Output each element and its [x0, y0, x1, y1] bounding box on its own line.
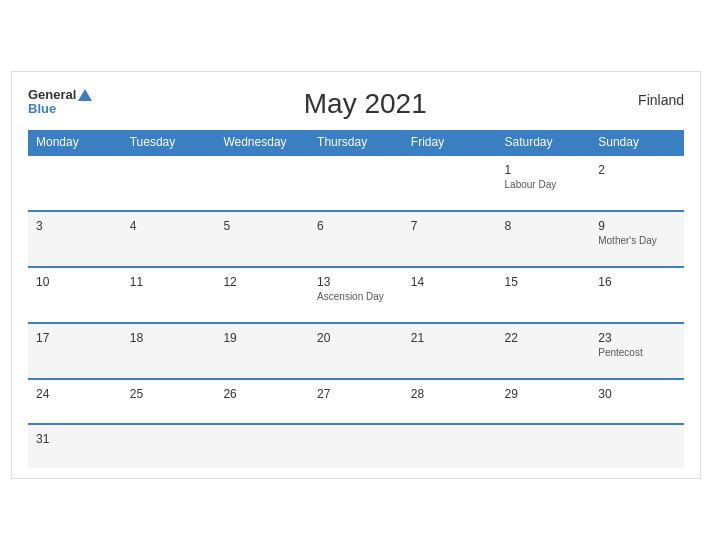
- calendar-cell: 29: [497, 379, 591, 424]
- calendar-cell: 23Pentecost: [590, 323, 684, 379]
- calendar-cell: 20: [309, 323, 403, 379]
- calendar-cell: [215, 424, 309, 468]
- calendar-grid: MondayTuesdayWednesdayThursdayFridaySatu…: [28, 130, 684, 468]
- calendar-cell: 9Mother's Day: [590, 211, 684, 267]
- day-number: 16: [598, 275, 676, 289]
- day-event: Ascension Day: [317, 291, 395, 302]
- calendar-week-row: 10111213Ascension Day141516: [28, 267, 684, 323]
- day-number: 19: [223, 331, 301, 345]
- calendar-cell: [590, 424, 684, 468]
- calendar-header-row: MondayTuesdayWednesdayThursdayFridaySatu…: [28, 130, 684, 155]
- day-number: 14: [411, 275, 489, 289]
- day-number: 10: [36, 275, 114, 289]
- day-number: 11: [130, 275, 208, 289]
- col-header-friday: Friday: [403, 130, 497, 155]
- calendar-cell: 31: [28, 424, 122, 468]
- calendar-cell: [497, 424, 591, 468]
- calendar-cell: 4: [122, 211, 216, 267]
- day-number: 3: [36, 219, 114, 233]
- calendar-cell: 6: [309, 211, 403, 267]
- calendar-cell: [122, 424, 216, 468]
- col-header-wednesday: Wednesday: [215, 130, 309, 155]
- calendar-cell: 28: [403, 379, 497, 424]
- day-number: 30: [598, 387, 676, 401]
- calendar-cell: 16: [590, 267, 684, 323]
- day-number: 18: [130, 331, 208, 345]
- calendar-cell: 17: [28, 323, 122, 379]
- calendar-cell: 13Ascension Day: [309, 267, 403, 323]
- calendar-container: General Blue May 2021 Finland MondayTues…: [11, 71, 701, 479]
- calendar-cell: 10: [28, 267, 122, 323]
- logo-blue-text: Blue: [28, 102, 92, 116]
- calendar-cell: 27: [309, 379, 403, 424]
- calendar-cell: [215, 155, 309, 211]
- calendar-cell: [309, 424, 403, 468]
- logo-triangle-icon: [78, 89, 92, 101]
- calendar-cell: 19: [215, 323, 309, 379]
- calendar-header: General Blue May 2021 Finland: [28, 88, 684, 120]
- col-header-thursday: Thursday: [309, 130, 403, 155]
- col-header-monday: Monday: [28, 130, 122, 155]
- day-number: 17: [36, 331, 114, 345]
- day-number: 7: [411, 219, 489, 233]
- logo-general-text: General: [28, 88, 92, 102]
- calendar-week-row: 17181920212223Pentecost: [28, 323, 684, 379]
- day-number: 21: [411, 331, 489, 345]
- calendar-cell: [122, 155, 216, 211]
- calendar-cell: 14: [403, 267, 497, 323]
- calendar-week-row: 1Labour Day2: [28, 155, 684, 211]
- day-number: 22: [505, 331, 583, 345]
- calendar-cell: [403, 424, 497, 468]
- calendar-cell: 2: [590, 155, 684, 211]
- day-number: 29: [505, 387, 583, 401]
- day-number: 6: [317, 219, 395, 233]
- calendar-cell: 22: [497, 323, 591, 379]
- calendar-country: Finland: [638, 88, 684, 108]
- day-number: 15: [505, 275, 583, 289]
- calendar-cell: 5: [215, 211, 309, 267]
- day-event: Mother's Day: [598, 235, 676, 246]
- day-number: 4: [130, 219, 208, 233]
- day-number: 23: [598, 331, 676, 345]
- calendar-week-row: 31: [28, 424, 684, 468]
- day-number: 2: [598, 163, 676, 177]
- logo: General Blue: [28, 88, 92, 117]
- day-event: Pentecost: [598, 347, 676, 358]
- day-number: 31: [36, 432, 114, 446]
- calendar-cell: 25: [122, 379, 216, 424]
- calendar-cell: 21: [403, 323, 497, 379]
- calendar-cell: [309, 155, 403, 211]
- calendar-title: May 2021: [92, 88, 638, 120]
- day-number: 5: [223, 219, 301, 233]
- calendar-cell: [403, 155, 497, 211]
- calendar-cell: 30: [590, 379, 684, 424]
- day-number: 13: [317, 275, 395, 289]
- day-number: 24: [36, 387, 114, 401]
- day-number: 1: [505, 163, 583, 177]
- day-number: 27: [317, 387, 395, 401]
- calendar-week-row: 24252627282930: [28, 379, 684, 424]
- calendar-cell: 15: [497, 267, 591, 323]
- day-number: 8: [505, 219, 583, 233]
- day-event: Labour Day: [505, 179, 583, 190]
- calendar-cell: [28, 155, 122, 211]
- calendar-cell: 18: [122, 323, 216, 379]
- calendar-week-row: 3456789Mother's Day: [28, 211, 684, 267]
- col-header-sunday: Sunday: [590, 130, 684, 155]
- calendar-cell: 1Labour Day: [497, 155, 591, 211]
- day-number: 12: [223, 275, 301, 289]
- calendar-cell: 26: [215, 379, 309, 424]
- day-number: 9: [598, 219, 676, 233]
- col-header-saturday: Saturday: [497, 130, 591, 155]
- day-number: 28: [411, 387, 489, 401]
- calendar-cell: 24: [28, 379, 122, 424]
- col-header-tuesday: Tuesday: [122, 130, 216, 155]
- day-number: 20: [317, 331, 395, 345]
- day-number: 25: [130, 387, 208, 401]
- calendar-cell: 3: [28, 211, 122, 267]
- calendar-cell: 11: [122, 267, 216, 323]
- day-number: 26: [223, 387, 301, 401]
- calendar-cell: 7: [403, 211, 497, 267]
- calendar-cell: 8: [497, 211, 591, 267]
- calendar-cell: 12: [215, 267, 309, 323]
